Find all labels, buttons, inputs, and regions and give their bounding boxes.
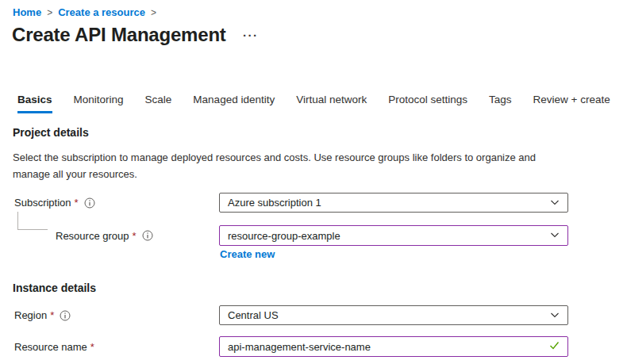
chevron-right-icon: > (47, 7, 52, 18)
chevron-down-icon (550, 196, 560, 210)
tab-strip: Basics Monitoring Scale Managed identity… (17, 94, 610, 113)
tab-managed-identity[interactable]: Managed identity (193, 94, 275, 113)
instance-details-heading: Instance details (13, 282, 96, 294)
create-new-resource-group-link[interactable]: Create new (220, 248, 275, 260)
checkmark-icon (549, 339, 560, 354)
project-details-description: Select the subscription to manage deploy… (13, 149, 549, 182)
resource-group-dropdown[interactable]: resource-group-example (219, 225, 568, 246)
region-label: Region * (14, 305, 71, 325)
resource-name-label: Resource name * (14, 336, 94, 357)
tab-protocol-settings[interactable]: Protocol settings (388, 94, 467, 113)
resource-name-field (219, 336, 568, 357)
chevron-right-icon: > (151, 7, 156, 18)
required-marker: * (90, 341, 94, 353)
tab-basics[interactable]: Basics (17, 94, 52, 113)
breadcrumb-link-home[interactable]: Home (13, 6, 41, 18)
more-options-button[interactable]: ··· (243, 29, 259, 41)
required-marker: * (75, 197, 79, 209)
subscription-dropdown[interactable]: Azure subscription 1 (219, 193, 568, 213)
page-title: Create API Management (12, 24, 226, 46)
required-marker: * (50, 309, 54, 321)
info-icon[interactable] (60, 310, 71, 321)
resource-group-connector-line (17, 212, 48, 230)
required-marker: * (133, 230, 137, 242)
chevron-down-icon (550, 308, 560, 323)
project-details-heading: Project details (13, 126, 89, 139)
tab-review-create[interactable]: Review + create (533, 94, 610, 113)
region-dropdown[interactable]: Central US (219, 305, 568, 325)
tab-tags[interactable]: Tags (489, 94, 512, 113)
tab-virtual-network[interactable]: Virtual network (296, 94, 367, 113)
chevron-down-icon (550, 228, 560, 243)
tab-scale[interactable]: Scale (145, 94, 172, 113)
breadcrumb-link-create-a-resource[interactable]: Create a resource (58, 6, 145, 18)
resource-name-input[interactable] (228, 341, 549, 353)
subscription-label: Subscription * (14, 193, 95, 213)
tab-monitoring[interactable]: Monitoring (74, 94, 124, 113)
resource-group-label: Resource group * (56, 225, 153, 246)
info-icon[interactable] (84, 197, 95, 209)
info-icon[interactable] (142, 230, 153, 241)
create-api-management-page: Home > Create a resource > Create API Ma… (0, 0, 627, 364)
breadcrumb: Home > Create a resource > (13, 6, 156, 18)
